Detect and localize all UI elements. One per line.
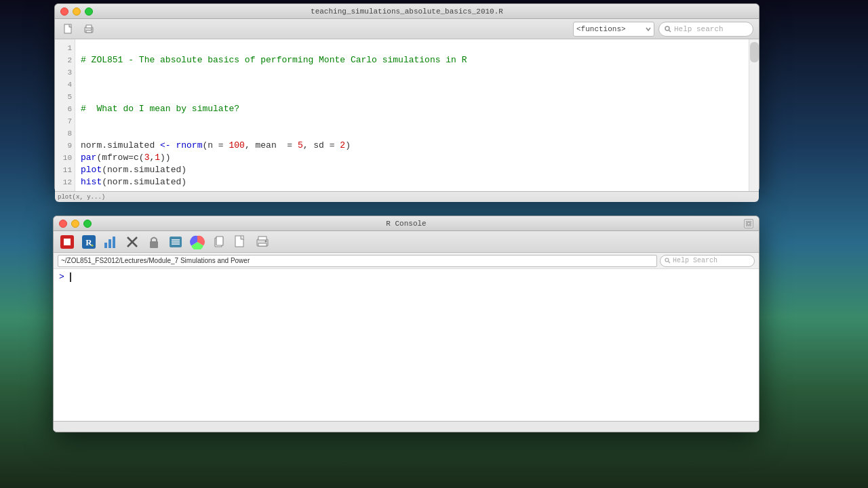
console-title: R Console (386, 220, 426, 228)
console-close-button[interactable] (59, 220, 67, 228)
svg-rect-8 (747, 222, 750, 225)
code-line-9: norm.simulated <- rnorm(n = 100, mean = … (81, 140, 743, 152)
console-prompt: > (59, 272, 64, 282)
functions-dropdown[interactable]: <functions> (573, 22, 654, 37)
svg-point-30 (665, 258, 669, 262)
console-status-bar (54, 421, 759, 432)
code-line-6: # What do I mean by simulate? (81, 103, 743, 115)
code-editor[interactable]: # ZOL851 - The absolute basics of perfor… (75, 39, 749, 191)
svg-rect-12 (104, 243, 107, 248)
bar-chart-button[interactable] (101, 233, 120, 251)
console-prompt-line: > (59, 272, 753, 282)
console-help-search[interactable]: Help Search (660, 255, 755, 267)
line-numbers: 1 2 3 4 5 6 7 8 9 10 11 12 (55, 39, 75, 191)
editor-window: teaching_simulations_absolute_basics_201… (54, 3, 760, 192)
svg-rect-28 (258, 243, 267, 246)
editor-toolbar: <functions> Help search (55, 19, 759, 39)
functions-dropdown-label: <functions> (576, 25, 643, 33)
console-print-icon (255, 235, 270, 249)
stop-icon (60, 235, 74, 249)
x-icon (125, 235, 140, 249)
svg-rect-14 (113, 237, 115, 248)
svg-rect-2 (86, 25, 92, 28)
console-traffic-lights (59, 220, 92, 228)
editor-content-area: 1 2 3 4 5 6 7 8 9 10 11 12 # ZOL851 - Th… (55, 39, 759, 191)
editor-scrollbar[interactable] (749, 39, 759, 191)
code-line-2: # ZOL851 - The absolute basics of perfor… (81, 54, 743, 66)
console-title-bar: R Console (54, 216, 759, 231)
color-wheel-button[interactable] (188, 233, 207, 251)
svg-point-4 (91, 28, 92, 30)
lock-icon (146, 235, 161, 249)
svg-rect-13 (108, 239, 111, 248)
console-cursor (70, 272, 71, 282)
print-icon (83, 24, 94, 35)
console-maximize-button[interactable] (83, 220, 92, 228)
svg-line-6 (669, 30, 671, 32)
list-button[interactable] (166, 233, 185, 251)
editor-maximize-button[interactable] (85, 7, 93, 16)
svg-line-31 (669, 262, 671, 264)
svg-point-29 (265, 240, 267, 242)
lock-button[interactable] (144, 233, 163, 251)
editor-status-bar: plot(x, y...) (55, 191, 759, 202)
list-icon (168, 235, 183, 249)
code-line-12: hist(norm.simulated) (81, 176, 743, 188)
new-file-icon (63, 24, 74, 35)
svg-rect-3 (86, 30, 92, 33)
console-content-area[interactable]: > (54, 269, 759, 430)
code-line-4 (81, 79, 743, 91)
svg-rect-27 (258, 237, 267, 240)
editor-close-button[interactable] (60, 7, 68, 16)
chevron-down-icon (646, 26, 651, 32)
console-toolbar: R + (54, 231, 759, 253)
bar-chart-icon (103, 235, 118, 249)
clear-button[interactable] (123, 233, 142, 251)
print-button[interactable] (81, 22, 97, 37)
editor-title-bar: teaching_simulations_absolute_basics_201… (55, 4, 759, 19)
svg-rect-17 (150, 241, 158, 248)
search-icon (665, 26, 671, 33)
code-line-5 (81, 91, 743, 103)
r-run-button[interactable]: R + (79, 233, 98, 251)
svg-rect-7 (746, 221, 751, 226)
color-wheel-icon (190, 235, 205, 249)
code-line-7 (81, 115, 743, 127)
console-path-bar: Help Search (54, 253, 759, 269)
editor-status-text: plot(x, y...) (58, 194, 105, 201)
editor-help-search[interactable]: Help search (658, 22, 753, 37)
code-line-8 (81, 127, 743, 140)
svg-point-5 (665, 26, 669, 30)
copy-button[interactable] (210, 233, 229, 251)
console-minimize-button[interactable] (71, 220, 79, 228)
stop-button[interactable] (58, 233, 77, 251)
console-search-icon (665, 258, 671, 264)
copy-icon (212, 235, 226, 249)
svg-rect-24 (216, 237, 223, 245)
editor-traffic-lights (60, 7, 93, 16)
editor-minimize-button[interactable] (73, 7, 81, 16)
code-line-11: plot(norm.simulated) (81, 164, 743, 176)
svg-text:+: + (91, 243, 94, 249)
console-print-button[interactable] (253, 233, 272, 251)
help-search-placeholder: Help search (674, 25, 724, 33)
new-script-icon (233, 235, 248, 249)
editor-title: teaching_simulations_absolute_basics_201… (311, 7, 503, 16)
console-window: R Console R + (53, 216, 760, 432)
console-path-input[interactable] (58, 255, 657, 267)
console-help-placeholder: Help Search (673, 257, 717, 264)
console-resize-button[interactable] (744, 219, 753, 228)
r-icon: R + (81, 235, 96, 249)
code-line-10: par(mfrow=c(3,1)) (81, 152, 743, 164)
code-line-1 (81, 42, 743, 54)
code-line-3 (81, 66, 743, 79)
new-file-button[interactable] (60, 22, 77, 37)
new-script-button[interactable] (231, 233, 250, 251)
resize-icon (746, 221, 751, 226)
